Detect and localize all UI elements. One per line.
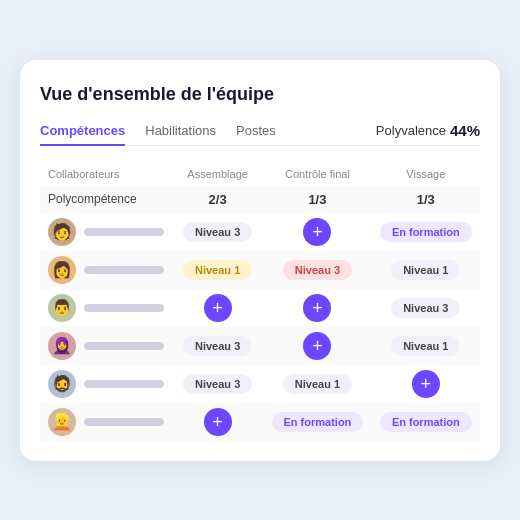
polycomp-vissage: 1/3	[372, 186, 480, 213]
skill-badge: En formation	[380, 412, 472, 432]
collaborator-cell: 👩	[40, 251, 172, 289]
add-button[interactable]: +	[204, 408, 232, 436]
polyvalence-section: Polyvalence 44%	[376, 122, 480, 139]
skill-cell-controle: En formation	[263, 403, 371, 441]
skill-badge: Niveau 1	[391, 336, 460, 356]
add-button[interactable]: +	[303, 218, 331, 246]
add-button[interactable]: +	[412, 370, 440, 398]
skill-badge: Niveau 3	[183, 336, 252, 356]
polycomp-label: Polycompétence	[40, 186, 172, 213]
skill-badge: Niveau 3	[183, 374, 252, 394]
name-placeholder	[84, 380, 164, 388]
table-row: 👨++Niveau 3	[40, 289, 480, 327]
avatar: 👱	[48, 408, 76, 436]
avatar: 🧔	[48, 370, 76, 398]
table-row: 🧔Niveau 3Niveau 1+	[40, 365, 480, 403]
table-row: 👩Niveau 1Niveau 3Niveau 1	[40, 251, 480, 289]
skill-cell-vissage: Niveau 1	[372, 327, 480, 365]
avatar: 🧕	[48, 332, 76, 360]
skill-cell-controle: Niveau 1	[263, 365, 371, 403]
skill-cell-assemblage: Niveau 3	[172, 365, 263, 403]
skill-cell-controle: +	[263, 289, 371, 327]
skill-cell-assemblage: Niveau 1	[172, 251, 263, 289]
skills-table-container: Collaborateurs Assemblage Contrôle final…	[40, 162, 480, 441]
skill-cell-vissage: +	[372, 365, 480, 403]
name-placeholder	[84, 266, 164, 274]
collaborator-cell: 👨	[40, 289, 172, 327]
name-placeholder	[84, 304, 164, 312]
polycomp-controle: 1/3	[263, 186, 371, 213]
skill-badge: En formation	[380, 222, 472, 242]
skill-cell-vissage: En formation	[372, 213, 480, 251]
skill-cell-vissage: Niveau 1	[372, 251, 480, 289]
skill-badge: Niveau 1	[391, 260, 460, 280]
collaborator-cell: 👱	[40, 403, 172, 441]
col-header-assemblage: Assemblage	[172, 162, 263, 186]
skill-cell-assemblage: +	[172, 403, 263, 441]
skill-badge: Niveau 1	[283, 374, 352, 394]
avatar: 🧑	[48, 218, 76, 246]
polycomp-assemblage: 2/3	[172, 186, 263, 213]
skill-cell-assemblage: +	[172, 289, 263, 327]
page-title: Vue d'ensemble de l'équipe	[40, 84, 480, 105]
table-row: 🧕Niveau 3+Niveau 1	[40, 327, 480, 365]
skill-badge: En formation	[272, 412, 364, 432]
skill-badge: Niveau 3	[391, 298, 460, 318]
table-row: 👱+En formationEn formation	[40, 403, 480, 441]
table-row: 🧑Niveau 3+En formation	[40, 213, 480, 251]
polyvalence-value: 44%	[450, 122, 480, 139]
collaborator-cell: 🧔	[40, 365, 172, 403]
tabs-row: Compétences Habilitations Postes Polyval…	[40, 117, 480, 146]
avatar: 👨	[48, 294, 76, 322]
skill-cell-controle: +	[263, 327, 371, 365]
tab-competences[interactable]: Compétences	[40, 117, 125, 146]
name-placeholder	[84, 342, 164, 350]
skill-badge: Niveau 3	[183, 222, 252, 242]
collaborator-cell: 🧕	[40, 327, 172, 365]
skill-cell-assemblage: Niveau 3	[172, 213, 263, 251]
add-button[interactable]: +	[303, 294, 331, 322]
col-header-vissage: Vissage	[372, 162, 480, 186]
skill-cell-vissage: Niveau 3	[372, 289, 480, 327]
polycomp-row: Polycompétence 2/3 1/3 1/3	[40, 186, 480, 213]
col-header-collaborateurs: Collaborateurs	[40, 162, 172, 186]
skill-cell-controle: +	[263, 213, 371, 251]
name-placeholder	[84, 228, 164, 236]
collaborator-cell: 🧑	[40, 213, 172, 251]
tab-postes[interactable]: Postes	[236, 117, 276, 146]
col-header-controle: Contrôle final	[263, 162, 371, 186]
add-button[interactable]: +	[204, 294, 232, 322]
table-header-row: Collaborateurs Assemblage Contrôle final…	[40, 162, 480, 186]
skill-cell-assemblage: Niveau 3	[172, 327, 263, 365]
skills-table: Collaborateurs Assemblage Contrôle final…	[40, 162, 480, 441]
avatar: 👩	[48, 256, 76, 284]
polyvalence-label: Polyvalence	[376, 123, 446, 138]
add-button[interactable]: +	[303, 332, 331, 360]
tab-habilitations[interactable]: Habilitations	[145, 117, 216, 146]
skill-badge: Niveau 1	[183, 260, 252, 280]
skill-badge: Niveau 3	[283, 260, 352, 280]
skill-cell-vissage: En formation	[372, 403, 480, 441]
name-placeholder	[84, 418, 164, 426]
main-card: Vue d'ensemble de l'équipe Compétences H…	[20, 60, 500, 461]
skill-cell-controle: Niveau 3	[263, 251, 371, 289]
